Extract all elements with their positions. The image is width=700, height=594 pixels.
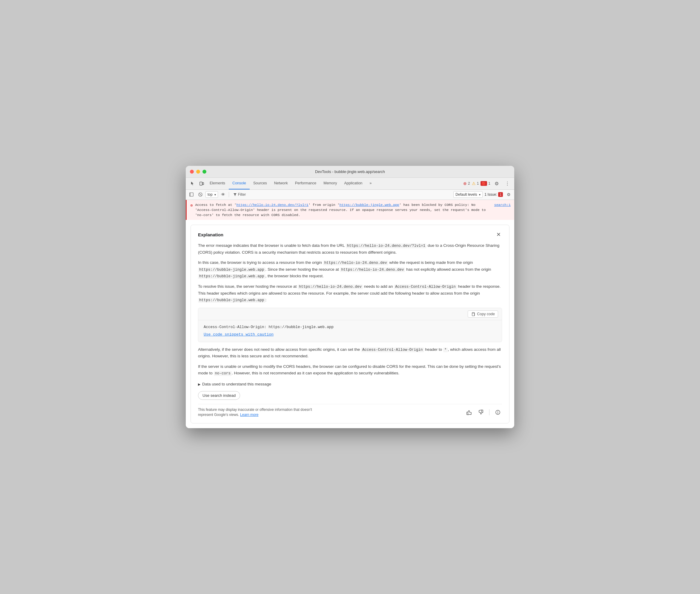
disclaimer-text: This feature may display inaccurate or o… <box>198 407 317 418</box>
eye-icon[interactable]: 👁 <box>219 191 227 198</box>
cors-source-link[interactable]: search:1 <box>494 202 511 218</box>
p1-url: https://hello-io-24.deno.dev/?lvl=1 <box>346 243 427 248</box>
close-button[interactable] <box>190 170 194 174</box>
explanation-body: The error message indicates that the bro… <box>198 242 502 417</box>
issue-badge-group: 🔴 1 <box>481 181 490 186</box>
explanation-p3: To resolve this issue, the server hostin… <box>198 283 502 304</box>
p2-code3: https://hello-io-24.deno.dev <box>340 267 405 272</box>
filter-button[interactable]: Filter <box>231 191 248 198</box>
explanation-p2: In this case, the browser is trying to a… <box>198 259 502 280</box>
cors-text-mid: ' from origin ' <box>309 203 340 207</box>
error-icon: ⊗ <box>190 203 193 218</box>
close-explanation-button[interactable]: ✕ <box>495 231 502 238</box>
cors-error-message: ⊗ Access to fetch at 'https://hello-io-2… <box>186 200 514 220</box>
log-levels-label: Default levels <box>455 192 477 197</box>
code-snippet-text: Access-Control-Allow-Origin: https://bub… <box>204 325 496 330</box>
use-code-snippets-caution-link[interactable]: Use code snippets with caution <box>204 332 496 338</box>
tab-application[interactable]: Application <box>341 177 366 190</box>
warning-triangle-icon: ⚠ <box>472 181 476 186</box>
devtools-tab-bar: Elements Console Sources Network Perform… <box>186 178 514 190</box>
use-search-instead-button[interactable]: Use search instead <box>198 391 240 400</box>
context-chevron: ▾ <box>214 193 216 196</box>
learn-more-link[interactable]: Learn more <box>240 412 258 417</box>
cors-text-start: Access to fetch at ' <box>195 203 236 207</box>
tab-more[interactable]: » <box>366 177 375 190</box>
explanation-header: Explanation ✕ <box>198 231 502 238</box>
error-count: 2 <box>468 182 470 186</box>
toolbar-right: Default levels ▾ 1 Issue: 1 ⚙ <box>453 191 513 198</box>
tab-network[interactable]: Network <box>271 177 291 190</box>
warn-count: 1 <box>477 182 479 186</box>
data-used-arrow-icon: ▶ <box>198 382 200 387</box>
thumbs-down-button[interactable] <box>477 408 485 417</box>
maximize-button[interactable] <box>203 170 206 174</box>
minimize-button[interactable] <box>196 170 200 174</box>
context-label: top <box>208 192 213 197</box>
feedback-icons <box>465 408 502 417</box>
explanation-p5: If the server is unable or unwilling to … <box>198 363 502 377</box>
explanation-card: Explanation ✕ The error message indicate… <box>190 225 510 423</box>
tab-memory[interactable]: Memory <box>320 177 341 190</box>
error-circle-icon: ⊗ <box>463 181 467 186</box>
code-block: Copy code Access-Control-Allow-Origin: h… <box>198 308 502 342</box>
tab-sources[interactable]: Sources <box>250 177 271 190</box>
issue-count: 1 <box>488 182 490 186</box>
cors-error-text: Access to fetch at 'https://hello-io-24.… <box>195 202 492 218</box>
explanation-p1: The error message indicates that the bro… <box>198 242 502 256</box>
window-title: DevTools - bubble-jingle.web.app/search <box>315 169 385 174</box>
titlebar: DevTools - bubble-jingle.web.app/search <box>186 166 514 178</box>
divider-v <box>229 192 229 197</box>
issues-red-badge: 1 <box>498 192 503 197</box>
p4-star: * <box>443 348 448 352</box>
warning-badge-group: ⚠ 1 <box>472 181 479 186</box>
more-options-icon[interactable]: ⋮ <box>503 179 512 188</box>
clear-console-icon[interactable] <box>197 191 204 198</box>
issues-text: 1 Issue: <box>484 192 497 197</box>
p2-code4: https://bubble-jingle.web.app <box>198 274 266 279</box>
svg-rect-1 <box>203 183 204 185</box>
p5-code: no-cors <box>214 371 232 376</box>
copy-code-button[interactable]: Copy code <box>468 310 498 318</box>
log-levels-chevron: ▾ <box>479 193 481 196</box>
console-settings-icon[interactable]: ⚙ <box>505 191 513 198</box>
tab-elements[interactable]: Elements <box>206 177 229 190</box>
sidebar-toggle-icon[interactable] <box>187 191 195 198</box>
device-icon[interactable] <box>197 179 206 188</box>
p2-code1: https://hello-io-24.deno.dev <box>323 261 388 265</box>
explanation-title: Explanation <box>198 232 223 237</box>
tabs-right-section: ⊗ 2 ⚠ 1 🔴 1 ⚙ ⋮ <box>463 179 512 188</box>
tab-performance[interactable]: Performance <box>291 177 320 190</box>
issues-count-area: 1 Issue: 1 <box>484 192 503 197</box>
disclaimer-row: This feature may display inaccurate or o… <box>198 404 502 418</box>
code-block-body: Access-Control-Allow-Origin: https://bub… <box>198 320 502 342</box>
issue-icon: 🔴 <box>481 181 487 186</box>
cursor-icon[interactable] <box>188 179 197 188</box>
svg-rect-0 <box>200 182 202 185</box>
error-badge-group: ⊗ 2 <box>463 181 470 186</box>
svg-line-5 <box>200 194 201 195</box>
cors-url2-link[interactable]: https://bubble-jingle.web.app <box>340 203 399 207</box>
p3-code2: Access-Control-Allow-Origin <box>394 285 457 289</box>
cors-url1-link[interactable]: https://hello-io-24.deno.dev/?lvl=1 <box>236 203 309 207</box>
use-search-label: Use search instead <box>203 393 236 398</box>
p3-code1: https://hello-io-24.deno.dev <box>298 285 363 289</box>
data-used-toggle[interactable]: ▶ Data used to understand this message <box>198 381 502 388</box>
p3-code3: https://bubble-jingle.web.app <box>198 298 266 303</box>
more-feedback-button[interactable] <box>494 408 502 417</box>
svg-rect-3 <box>189 193 191 196</box>
tab-console[interactable]: Console <box>229 177 250 190</box>
traffic-lights <box>190 170 206 174</box>
context-selector[interactable]: top ▾ <box>206 191 218 198</box>
thumbs-up-button[interactable] <box>465 408 473 417</box>
data-used-label: Data used to understand this message <box>202 381 271 388</box>
code-block-header: Copy code <box>198 308 502 320</box>
console-content: ⊗ Access to fetch at 'https://hello-io-2… <box>186 200 514 428</box>
copy-icon <box>471 312 475 316</box>
console-toolbar: top ▾ 👁 Filter Default levels ▾ 1 Issue:… <box>186 190 514 200</box>
settings-icon[interactable]: ⚙ <box>492 179 501 188</box>
copy-code-label: Copy code <box>477 312 495 316</box>
p4-code: Access-Control-Allow-Origin <box>361 348 424 352</box>
p2-code2: https://bubble-jingle.web.app <box>198 267 266 272</box>
explanation-p4: Alternatively, if the server does not ne… <box>198 346 502 360</box>
log-levels-selector[interactable]: Default levels ▾ <box>453 191 483 198</box>
